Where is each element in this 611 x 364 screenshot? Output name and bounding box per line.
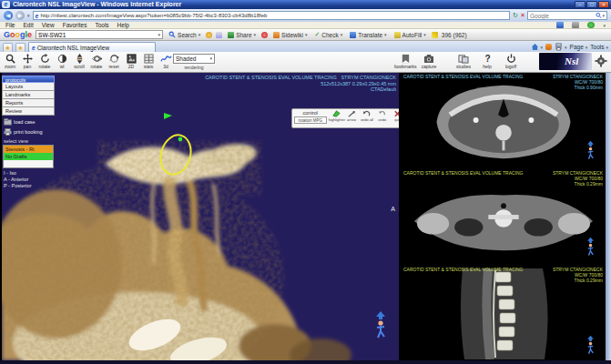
tool-pan[interactable]: pan (19, 53, 36, 72)
rss-icon (545, 44, 552, 50)
translate-button[interactable]: Translate▾ (348, 30, 388, 40)
google-logo: Google (4, 30, 32, 39)
addon-icon[interactable] (556, 22, 564, 28)
menu-extra-dropdown-icon[interactable]: ▾ (603, 23, 606, 28)
autofill-button[interactable]: AutoFill▾ (392, 30, 428, 40)
tool-stats[interactable]: stats (140, 53, 157, 72)
undo-all-button[interactable]: undo all (359, 109, 374, 127)
rendering-select[interactable]: Shaded▾ (173, 54, 215, 64)
rotation-field[interactable]: rotation MPG (294, 116, 327, 124)
slice-panel-axial-1[interactable]: CAROTID STENT & STENOSIS EVAL VOLUME TRA… (401, 73, 606, 167)
share-button[interactable]: Share▾ (226, 30, 258, 40)
select-item-stenosis[interactable]: Stenosis - Rt (4, 146, 53, 153)
feeds-button[interactable] (545, 42, 552, 52)
mail-icon[interactable] (216, 32, 222, 38)
app-toolbar: zoom pan rotate wl scroll rotate reset (0, 52, 611, 73)
chevron-down-icon: ▾ (209, 55, 212, 63)
search-icon[interactable] (596, 12, 602, 19)
sidebar-action-load-case[interactable]: load case (2, 116, 55, 126)
tab-imageview[interactable]: e Clarontech NSL ImageView (28, 42, 156, 52)
browser-search-field[interactable]: ▾ (527, 11, 607, 20)
tool-rotate[interactable]: rotate (36, 53, 53, 72)
history-dropdown-icon[interactable]: ▾ (27, 13, 30, 18)
page-menu-button[interactable]: Page▾ (570, 42, 588, 52)
browser-search-input[interactable] (530, 13, 596, 19)
sidebar-item-landmarks[interactable]: Landmarks (2, 91, 55, 99)
orientation-figure (373, 311, 388, 342)
sidebar-item-reports[interactable]: Reports (2, 99, 55, 107)
sidebar-header[interactable]: protocols (2, 76, 55, 83)
menu-edit[interactable]: Edit (23, 22, 33, 28)
menu-favorites[interactable]: Favorites (63, 22, 87, 28)
svg-text:?: ? (484, 54, 490, 64)
bookmarks-icon (401, 54, 411, 64)
favorites-star-icon[interactable]: ★ (3, 43, 13, 52)
viewport-3d[interactable]: CAROTID STENT & STENOSIS EVAL VOLUME TRA… (2, 73, 399, 360)
window-title: Clarontech NSL ImageView - Windows Inter… (13, 1, 181, 7)
highlighter-icon (332, 110, 341, 117)
toolbar-counter: 396 (962) (442, 32, 467, 38)
imaging-area: CAROTID STENT & STENOSIS EVAL VOLUME TRA… (0, 73, 611, 360)
google-toolbar: Google ▾ Search▾ Share▾ Sidewiki▾ ✓Check… (0, 29, 611, 41)
tool-scroll[interactable]: scroll (71, 53, 87, 72)
refresh-icon[interactable]: ↻ (513, 11, 518, 20)
search-options-icon[interactable]: ▾ (602, 13, 605, 18)
viewport-3d-header: CAROTID STENT & STENOSIS EVAL VOLUME TRA… (205, 75, 396, 93)
back-button[interactable]: ◀ (4, 11, 13, 20)
minimize-button[interactable]: – (575, 1, 586, 8)
tool-bookmarks[interactable]: bookmarks (394, 53, 416, 72)
tool-studies[interactable]: studies (453, 53, 474, 72)
sidebar: protocols Layouts Landmarks Reports Revi… (2, 76, 55, 189)
sidewiki-button[interactable]: Sidewiki▾ (271, 30, 309, 40)
tool-rotate-3d[interactable]: rotate (88, 53, 105, 72)
bookmark-icon[interactable] (206, 32, 212, 38)
tool-3d-draw[interactable]: 3d (158, 53, 174, 72)
menu-help[interactable]: Help (117, 22, 129, 28)
google-search-dropdown-icon[interactable]: ▾ (158, 32, 161, 37)
quit-button[interactable]: quit (390, 109, 399, 127)
wrench-icon[interactable] (572, 22, 579, 28)
menu-view[interactable]: View (42, 22, 55, 28)
tool-zoom[interactable]: zoom (2, 53, 18, 72)
select-item-no-grafts[interactable]: No Grafts (4, 153, 53, 160)
tool-reset[interactable]: reset (106, 53, 122, 72)
sidebar-action-print-booking[interactable]: print booking (2, 126, 55, 136)
forward-button[interactable]: ▶ (15, 11, 25, 20)
sidebar-item-review[interactable]: Review (2, 107, 55, 116)
url-field[interactable]: e (33, 11, 511, 20)
close-button[interactable]: × (598, 1, 609, 8)
menu-file[interactable]: File (5, 22, 15, 28)
google-search-input[interactable] (38, 32, 158, 38)
maximize-button[interactable]: □ (586, 1, 597, 8)
google-search-field[interactable]: ▾ (36, 30, 163, 39)
select-item-empty[interactable] (4, 160, 53, 167)
url-input[interactable] (40, 13, 507, 18)
undo-button[interactable]: undo (374, 109, 390, 127)
highlighter-button[interactable]: highlighter (329, 109, 344, 127)
highlighter-icon[interactable] (432, 32, 438, 38)
tool-capture[interactable]: capture (418, 53, 440, 72)
sidebar-item-layouts[interactable]: Layouts (2, 83, 55, 91)
stop-icon[interactable]: × (521, 11, 524, 20)
tool-help[interactable]: ? help (476, 53, 498, 72)
menu-tools[interactable]: Tools (95, 22, 108, 28)
page-favicon: e (36, 13, 39, 19)
home-button[interactable]: ▾ (531, 42, 544, 52)
add-favorite-icon[interactable]: ★ (15, 43, 25, 52)
orientation-figure (586, 335, 596, 359)
titlebar: Clarontech NSL ImageView - Windows Inter… (0, 0, 611, 9)
check-button[interactable]: ✓Check▾ (312, 30, 344, 40)
slice-panel-axial-2[interactable]: CAROTID STENT & STENOSIS EVAL VOLUME TRA… (401, 169, 606, 263)
zoom-icon (5, 54, 15, 64)
gear-icon[interactable] (595, 55, 607, 71)
google-search-button[interactable]: Search▾ (167, 30, 202, 40)
arrow-button[interactable]: arrow (344, 109, 360, 127)
undo-icon (378, 110, 386, 117)
notifications-icon[interactable] (261, 32, 268, 38)
tool-logoff[interactable]: logoff (500, 53, 522, 72)
tools-menu-button[interactable]: Tools▾ (590, 42, 608, 52)
slice-panel-sagittal[interactable]: CAROTID STENT & STENOSIS EVAL VOLUME TRA… (401, 266, 606, 360)
tool-window-level[interactable]: wl (54, 53, 70, 72)
tool-2d[interactable]: 2D (123, 53, 139, 72)
print-button[interactable]: ▾ (555, 42, 567, 52)
